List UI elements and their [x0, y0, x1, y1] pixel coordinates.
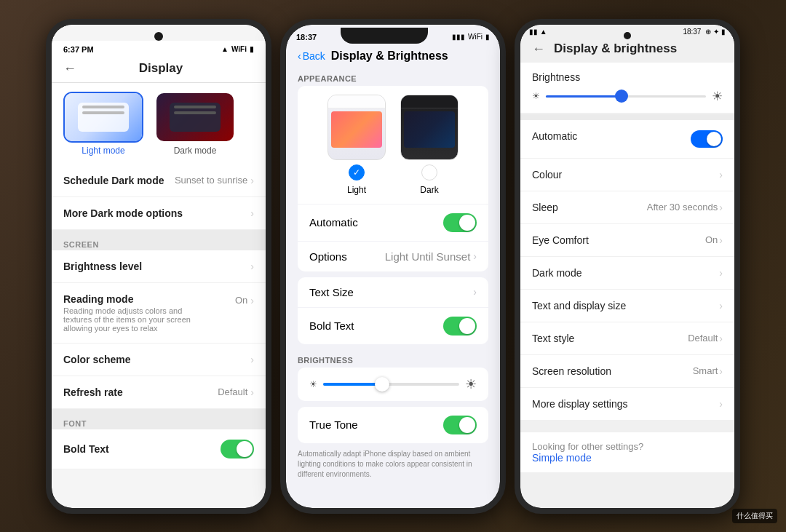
slider-thumb: [375, 377, 389, 392]
theme-row: ✓ Light Dark: [298, 86, 488, 204]
back-button-phone1[interactable]: ←: [63, 61, 76, 76]
eye-comfort-value: On ›: [705, 234, 723, 246]
options-chevron: ›: [473, 250, 477, 262]
truetone-desc: Automatically adapt iPhone display based…: [286, 449, 500, 485]
notch: [341, 28, 428, 44]
text-style-row[interactable]: Text style Default ›: [520, 322, 734, 355]
bold-text-title: Bold Text: [63, 443, 109, 455]
phone2-nav: ‹ Back Display & Brightness: [286, 45, 500, 68]
truetone-row[interactable]: True Tone: [298, 407, 488, 443]
dark-mode-label: Dark mode: [174, 146, 217, 156]
thumb-image-light: [331, 111, 382, 148]
brightness-row[interactable]: Brightness level ›: [52, 250, 266, 283]
light-theme-label: Light: [347, 185, 366, 195]
dark-mode-row-p3[interactable]: Dark mode ›: [520, 257, 734, 290]
color-scheme-title: Color scheme: [63, 354, 131, 365]
thumb-line: [82, 111, 124, 114]
automatic-toggle[interactable]: [443, 213, 477, 232]
refresh-rate-chevron: ›: [250, 386, 254, 398]
more-display-label: More display settings: [532, 398, 628, 410]
automatic-row-p3[interactable]: Automatic: [520, 120, 734, 159]
schedule-dark-row[interactable]: Schedule Dark mode Sunset to sunrise ›: [52, 164, 266, 197]
light-theme-item[interactable]: ✓ Light: [328, 95, 386, 195]
schedule-dark-chevron: ›: [250, 175, 254, 186]
eye-comfort-label: Eye Comfort: [532, 234, 589, 246]
sleep-label: Sleep: [532, 202, 558, 213]
colour-row[interactable]: Colour ›: [520, 159, 734, 191]
bold-text-row[interactable]: Bold Text: [52, 429, 266, 469]
brightness-slider-row: ☀ ☀: [309, 376, 477, 392]
color-scheme-row[interactable]: Color scheme ›: [52, 344, 266, 376]
toggle-knob: [237, 441, 253, 457]
phone1-title: Display: [85, 61, 237, 76]
status-left-phone3: ▮▮ ▲: [529, 28, 547, 36]
phone2-title: Display & Brightness: [331, 49, 448, 63]
text-size-row[interactable]: Text Size ›: [298, 277, 488, 308]
refresh-rate-row[interactable]: Refresh rate Default ›: [52, 376, 266, 409]
options-row[interactable]: Options Light Until Sunset ›: [298, 242, 488, 271]
text-style-label: Text style: [532, 333, 574, 344]
sleep-chevron: ›: [719, 202, 723, 213]
brightness-section-p3: Brightness ☀ ☀: [520, 63, 734, 113]
more-dark-chevron: ›: [250, 207, 254, 219]
screen-section-label: SCREEN: [52, 236, 266, 250]
camera-cutout: [154, 32, 163, 41]
automatic-toggle-p3[interactable]: [691, 130, 723, 148]
time-phone1: 6:37 PM: [63, 45, 94, 54]
dark-theme-label: Dark: [420, 185, 438, 195]
text-size-chevron: ›: [473, 286, 477, 298]
bold-text-row-p2[interactable]: Bold Text: [298, 308, 488, 344]
sleep-row[interactable]: Sleep After 30 seconds ›: [520, 191, 734, 224]
brightness-section: ☀ ☀: [298, 368, 488, 401]
bold-text-toggle[interactable]: [221, 440, 254, 458]
brightness-title: Brightness level: [63, 261, 142, 272]
mode-selector: Light mode Dark mode: [52, 83, 266, 164]
color-scheme-chevron: ›: [250, 354, 254, 365]
reading-mode-subtitle: Reading mode adjusts colors andtextures …: [63, 306, 229, 333]
text-display-label: Text and display size: [532, 300, 626, 311]
text-size-label: Text Size: [309, 286, 354, 298]
brightness-section-label: BRIGHTNESS: [286, 350, 500, 368]
phone-android-display: 6:37 PM ▲WiFi▮ ← Display: [46, 19, 271, 514]
front-camera: [624, 32, 631, 39]
dark-theme-item[interactable]: Dark: [400, 95, 458, 195]
more-display-row[interactable]: More display settings ›: [520, 388, 734, 421]
thumb-line-dark: [174, 106, 216, 108]
brightness-slider-p3[interactable]: [546, 95, 706, 98]
brightness-slider[interactable]: [323, 383, 459, 386]
thumb-topbar-dark: [401, 95, 458, 108]
back-button-phone3[interactable]: ←: [532, 41, 545, 57]
screen-resolution-chevron: ›: [719, 365, 723, 377]
thumb-image-dark: [404, 111, 455, 148]
phone-huawei-display: ▮▮ ▲ 18:37 ⊕ ✦ ▮ ← Display & brightness …: [515, 19, 740, 514]
appearance-section-label: APPEARANCE: [286, 68, 500, 86]
divider1: [52, 230, 266, 236]
status-icons-phone2: ▮▮▮ WiFi ▮: [452, 33, 490, 41]
simple-mode-link[interactable]: Simple mode: [532, 452, 723, 464]
status-bar-phone1: 6:37 PM ▲WiFi▮: [52, 41, 266, 55]
dark-mode-thumb: [155, 92, 235, 143]
time-phone2: 18:37: [296, 33, 317, 41]
schedule-dark-value: Sunset to sunrise: [175, 175, 247, 186]
divider-p3: [520, 114, 734, 120]
eye-comfort-row[interactable]: Eye Comfort On ›: [520, 224, 734, 257]
refresh-rate-value: Default: [218, 386, 247, 397]
truetone-toggle[interactable]: [443, 416, 477, 434]
dark-mode-chevron-p3: ›: [719, 267, 723, 279]
reading-mode-row[interactable]: Reading mode Reading mode adjusts colors…: [52, 283, 266, 344]
screen-resolution-label: Screen resolution: [532, 365, 611, 377]
automatic-row[interactable]: Automatic: [298, 204, 488, 242]
light-thumb-card: [78, 103, 129, 132]
light-mode-item[interactable]: Light mode: [63, 92, 143, 156]
back-button-phone2[interactable]: ‹ Back: [298, 50, 325, 62]
text-style-value: Default ›: [688, 333, 723, 344]
text-card: Text Size › Bold Text: [298, 277, 488, 344]
more-dark-row[interactable]: More Dark mode options ›: [52, 197, 266, 230]
screen-resolution-row[interactable]: Screen resolution Smart ›: [520, 355, 734, 388]
bold-text-toggle-p2[interactable]: [443, 317, 477, 336]
sun-small-p3: ☀: [532, 91, 540, 101]
sleep-value: After 30 seconds ›: [647, 202, 723, 213]
dark-mode-item[interactable]: Dark mode: [155, 92, 235, 156]
text-display-row[interactable]: Text and display size ›: [520, 290, 734, 322]
bold-text-label-p2: Bold Text: [309, 319, 354, 332]
